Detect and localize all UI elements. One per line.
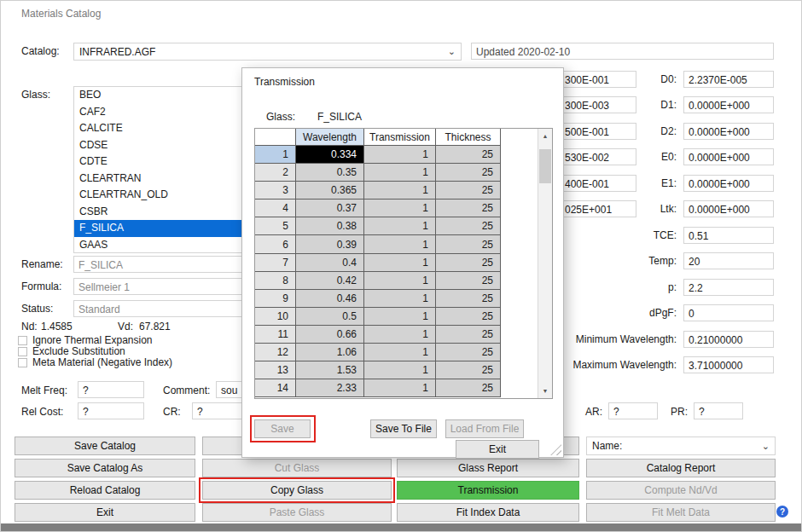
- cell[interactable]: 1: [364, 326, 436, 344]
- selected-cell[interactable]: 0.334: [296, 146, 364, 164]
- table-row[interactable]: 11 0.66 1 25: [255, 326, 552, 344]
- help-icon[interactable]: ?: [776, 506, 788, 518]
- name-dropdown[interactable]: Name: ⌄: [586, 437, 776, 455]
- table-row[interactable]: 1 0.334 1 25: [255, 146, 552, 164]
- row-header[interactable]: 2: [255, 164, 296, 182]
- dialog-load-from-file-button[interactable]: Load From File: [445, 419, 524, 438]
- wavelength-column-header[interactable]: Wavelength: [296, 129, 364, 146]
- cell[interactable]: 1: [364, 146, 436, 164]
- fit-melt-data-button[interactable]: Fit Melt Data: [586, 503, 776, 522]
- cell[interactable]: 1: [364, 272, 436, 290]
- fit-index-data-button[interactable]: Fit Index Data: [397, 503, 579, 522]
- cell[interactable]: 25: [436, 379, 501, 397]
- cell[interactable]: 0.38: [296, 217, 364, 235]
- exclude-substitution-checkbox[interactable]: [18, 347, 27, 356]
- thickness-column-header[interactable]: Thickness: [436, 129, 501, 146]
- cell[interactable]: 0.46: [296, 290, 364, 308]
- row-header[interactable]: 1: [255, 146, 296, 164]
- cell[interactable]: 1: [364, 200, 436, 217]
- max-wavelength-field[interactable]: 3.71000000: [683, 356, 774, 373]
- e0-field[interactable]: 0.0000E+000: [683, 148, 774, 165]
- cell[interactable]: 0.365: [296, 182, 364, 200]
- table-row[interactable]: 14 2.33 1 25: [255, 379, 552, 397]
- cell[interactable]: 1: [364, 217, 436, 235]
- cell[interactable]: 25: [436, 308, 501, 326]
- exit-button[interactable]: Exit: [15, 503, 195, 522]
- pr-field[interactable]: ?: [694, 402, 743, 419]
- scroll-down-icon[interactable]: ▼: [538, 384, 552, 398]
- rel-cost-field[interactable]: ?: [78, 402, 144, 419]
- cut-glass-button[interactable]: Cut Glass: [202, 459, 392, 477]
- cell[interactable]: 1: [364, 235, 436, 253]
- cell[interactable]: 1: [364, 361, 436, 379]
- glass-report-button[interactable]: Glass Report: [397, 459, 579, 477]
- transmission-column-header[interactable]: Transmission: [364, 129, 436, 146]
- cell[interactable]: 25: [436, 272, 501, 290]
- resize-grip[interactable]: [550, 444, 561, 455]
- cell[interactable]: 25: [436, 146, 501, 164]
- row-header[interactable]: 6: [255, 235, 296, 253]
- cell[interactable]: 1: [364, 254, 436, 272]
- cell[interactable]: 0.4: [296, 254, 364, 272]
- melt-freq-field[interactable]: ?: [78, 381, 144, 398]
- row-header[interactable]: 11: [255, 326, 296, 344]
- table-row[interactable]: 10 0.5 1 25: [255, 308, 552, 326]
- d0-field[interactable]: 2.2370E-005: [683, 71, 774, 88]
- dpgf-field[interactable]: 0: [683, 304, 774, 321]
- ignore-thermal-expansion-checkbox[interactable]: [18, 336, 27, 345]
- save-catalog-as-button[interactable]: Save Catalog As: [15, 459, 195, 477]
- row-header[interactable]: 8: [255, 272, 296, 290]
- save-catalog-button[interactable]: Save Catalog: [15, 437, 195, 455]
- cell[interactable]: 0.37: [296, 200, 364, 217]
- e1-field[interactable]: 0.0000E+000: [683, 175, 774, 192]
- table-scrollbar[interactable]: ▲ ▼: [538, 129, 552, 398]
- cell[interactable]: 2.33: [296, 379, 364, 397]
- paste-glass-button[interactable]: Paste Glass: [202, 503, 392, 522]
- table-row[interactable]: 6 0.39 1 25: [255, 235, 552, 253]
- ltk-field[interactable]: 0.0000E+000: [683, 200, 774, 217]
- cell[interactable]: 0.66: [296, 326, 364, 344]
- row-header[interactable]: 3: [255, 182, 296, 200]
- transmission-table[interactable]: Wavelength Transmission Thickness 1 0.33…: [254, 128, 553, 399]
- d2-field[interactable]: 0.0000E+000: [683, 123, 774, 140]
- cell[interactable]: 25: [436, 235, 501, 253]
- cell[interactable]: 25: [436, 217, 501, 235]
- table-row[interactable]: 7 0.4 1 25: [255, 254, 552, 272]
- cell[interactable]: 0.42: [296, 272, 364, 290]
- dialog-exit-button[interactable]: Exit: [456, 440, 539, 459]
- tce-field[interactable]: 0.51: [683, 227, 774, 244]
- cell[interactable]: 1.06: [296, 344, 364, 361]
- row-header[interactable]: 9: [255, 290, 296, 308]
- table-row[interactable]: 3 0.365 1 25: [255, 182, 552, 200]
- p-field[interactable]: 2.2: [683, 279, 774, 296]
- row-header[interactable]: 7: [255, 254, 296, 272]
- cell[interactable]: 25: [436, 344, 501, 361]
- cell[interactable]: 25: [436, 200, 501, 217]
- table-row[interactable]: 9 0.46 1 25: [255, 290, 552, 308]
- scroll-up-icon[interactable]: ▲: [538, 129, 552, 143]
- temp-field[interactable]: 20: [683, 252, 774, 269]
- row-header[interactable]: 14: [255, 379, 296, 397]
- cell[interactable]: 25: [436, 182, 501, 200]
- transmission-button[interactable]: Transmission: [397, 481, 579, 500]
- table-row[interactable]: 4 0.37 1 25: [255, 200, 552, 217]
- table-row[interactable]: 2 0.35 1 25: [255, 164, 552, 182]
- reload-catalog-button[interactable]: Reload Catalog: [15, 481, 195, 500]
- cell[interactable]: 1: [364, 379, 436, 397]
- compute-ndvd-button[interactable]: Compute Nd/Vd: [586, 481, 776, 500]
- cell[interactable]: 25: [436, 290, 501, 308]
- d1-field[interactable]: 0.0000E+000: [683, 96, 774, 113]
- scrollbar-thumb[interactable]: [539, 149, 551, 183]
- dialog-save-button[interactable]: Save: [254, 419, 311, 438]
- row-header[interactable]: 12: [255, 344, 296, 361]
- cell[interactable]: 1: [364, 308, 436, 326]
- catalog-dropdown[interactable]: INFRARED.AGF ⌄: [73, 43, 462, 61]
- row-header[interactable]: 4: [255, 200, 296, 217]
- table-row[interactable]: 13 1.53 1 25: [255, 361, 552, 379]
- cell[interactable]: 1: [364, 164, 436, 182]
- cell[interactable]: 1: [364, 344, 436, 361]
- cell[interactable]: 1.53: [296, 361, 364, 379]
- copy-glass-button[interactable]: Copy Glass: [202, 481, 392, 500]
- meta-material-checkbox[interactable]: [18, 358, 27, 367]
- row-header[interactable]: 13: [255, 361, 296, 379]
